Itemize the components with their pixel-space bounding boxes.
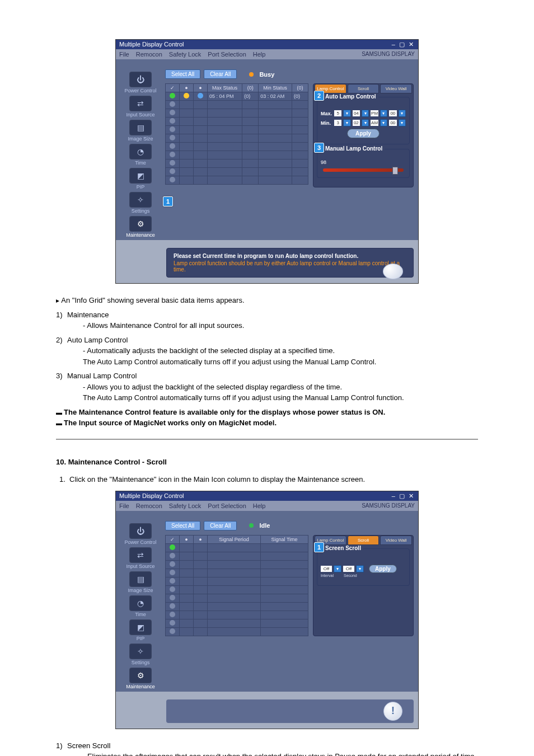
check-icon[interactable] [170, 628, 175, 634]
sidebar-item-time[interactable]: ◔Time [123, 595, 158, 617]
chevron-down-icon[interactable]: ▾ [334, 565, 341, 572]
sidebar-item-settings[interactable]: ✧Settings [123, 192, 158, 214]
min-value[interactable]: 00 [389, 120, 396, 126]
tab-video-wall[interactable]: Video Wall [380, 84, 412, 93]
sidebar-item-input[interactable]: ⇄Input Source [123, 96, 158, 118]
clear-all-button[interactable]: Clear All [204, 69, 237, 79]
check-icon[interactable] [170, 143, 175, 149]
table-row[interactable] [166, 569, 308, 577]
sidebar-item-pip[interactable]: ◩PIP [123, 619, 158, 641]
max-hour[interactable]: 5 [334, 110, 341, 116]
sidebar-item-pip[interactable]: ◩PIP [123, 168, 158, 190]
check-icon[interactable] [170, 168, 175, 174]
check-icon[interactable] [170, 586, 175, 592]
menu-safety-lock[interactable]: Safety Lock [169, 51, 201, 58]
chevron-down-icon[interactable]: ▾ [356, 565, 364, 572]
table-row[interactable] [166, 577, 308, 585]
select-all-button[interactable]: Select All [165, 521, 200, 530]
check-icon[interactable] [170, 160, 175, 166]
table-row[interactable] [166, 627, 308, 636]
window-buttons[interactable]: – ▢ ✕ [392, 41, 415, 48]
table-row[interactable] [166, 619, 308, 627]
check-icon[interactable] [170, 93, 175, 98]
table-row[interactable] [166, 151, 308, 159]
table-row[interactable] [166, 543, 308, 552]
window-buttons[interactable]: – ▢ ✕ [392, 492, 415, 500]
menu-remocon[interactable]: Remocon [136, 51, 162, 58]
check-icon[interactable] [170, 177, 175, 182]
chevron-down-icon[interactable]: ▾ [380, 110, 387, 117]
menu-help[interactable]: Help [253, 51, 266, 58]
max-value[interactable]: 00 [389, 110, 396, 116]
menu-port-selection[interactable]: Port Selection [208, 503, 246, 509]
chevron-down-icon[interactable]: ▾ [343, 110, 350, 117]
check-icon[interactable] [170, 561, 175, 567]
table-row[interactable] [166, 109, 308, 118]
table-row[interactable] [166, 159, 308, 168]
table-row[interactable] [166, 602, 308, 611]
manual-lamp-slider[interactable] [323, 168, 404, 172]
tab-scroll[interactable]: Scroll [348, 84, 380, 93]
chevron-down-icon[interactable]: ▾ [380, 119, 387, 126]
chevron-down-icon[interactable]: ▾ [399, 119, 406, 126]
select-all-button[interactable]: Select All [165, 69, 200, 79]
max-min[interactable]: 04 [353, 110, 360, 116]
sidebar-item-power[interactable]: ⏻Power Control [123, 523, 158, 545]
table-row[interactable] [166, 611, 308, 619]
sidebar-item-settings[interactable]: ✧Settings [123, 644, 158, 665]
interval-select[interactable]: Off [321, 566, 332, 572]
check-icon[interactable] [170, 126, 175, 132]
menu-file[interactable]: File [119, 503, 129, 509]
table-row[interactable] [166, 585, 308, 594]
menu-help[interactable]: Help [253, 503, 266, 509]
min-hour[interactable]: 3 [334, 120, 341, 126]
chevron-down-icon[interactable]: ▾ [362, 119, 369, 126]
table-row[interactable] [166, 168, 308, 176]
sidebar-item-time[interactable]: ◔Time [123, 144, 158, 166]
second-select[interactable]: Off [343, 566, 354, 572]
sidebar-item-maintenance[interactable]: ⚙Maintenance [123, 668, 158, 689]
menu-file[interactable]: File [119, 51, 129, 58]
table-row[interactable] [166, 134, 308, 143]
tab-video-wall[interactable]: Video Wall [380, 536, 412, 545]
table-row[interactable] [166, 126, 308, 134]
chevron-down-icon[interactable]: ▾ [362, 110, 369, 117]
max-ampm[interactable]: PM [371, 110, 378, 116]
table-row[interactable]: 05 : 04 PM (0) 03 : 02 AM (0) [166, 92, 308, 101]
check-icon[interactable] [170, 152, 175, 157]
check-icon[interactable] [170, 544, 175, 550]
table-row[interactable] [166, 118, 308, 126]
check-icon[interactable] [170, 101, 175, 107]
check-icon[interactable] [170, 620, 175, 626]
check-icon[interactable] [170, 595, 175, 600]
check-icon[interactable] [170, 612, 175, 617]
sidebar-item-maintenance[interactable]: ⚙Maintenance [123, 216, 158, 238]
table-row[interactable] [166, 560, 308, 569]
apply-auto-button[interactable]: Apply [347, 129, 380, 138]
check-icon[interactable] [170, 118, 175, 124]
clear-all-button[interactable]: Clear All [204, 521, 237, 530]
menu-safety-lock[interactable]: Safety Lock [169, 503, 201, 509]
check-icon[interactable] [170, 603, 175, 609]
check-icon[interactable] [170, 110, 175, 115]
sidebar-item-image-size[interactable]: ▤Image Size [123, 120, 158, 142]
tab-scroll[interactable]: Scroll [348, 536, 380, 545]
min-min[interactable]: 02 [353, 120, 360, 126]
table-row[interactable] [166, 101, 308, 109]
sidebar-item-power[interactable]: ⏻Power Control [123, 72, 158, 93]
menu-remocon[interactable]: Remocon [136, 503, 162, 509]
check-icon[interactable] [170, 570, 175, 575]
sidebar-item-image-size[interactable]: ▤Image Size [123, 571, 158, 593]
table-row[interactable] [166, 176, 308, 185]
chevron-down-icon[interactable]: ▾ [343, 119, 350, 126]
table-row[interactable] [166, 552, 308, 560]
table-row[interactable] [166, 594, 308, 602]
apply-scroll-button[interactable]: Apply [369, 565, 397, 573]
menu-port-selection[interactable]: Port Selection [208, 51, 246, 58]
table-row[interactable] [166, 143, 308, 151]
chevron-down-icon[interactable]: ▾ [399, 110, 406, 117]
check-icon[interactable] [170, 135, 175, 140]
check-icon[interactable] [170, 578, 175, 584]
check-icon[interactable] [170, 553, 175, 558]
min-ampm[interactable]: AM [371, 120, 378, 126]
